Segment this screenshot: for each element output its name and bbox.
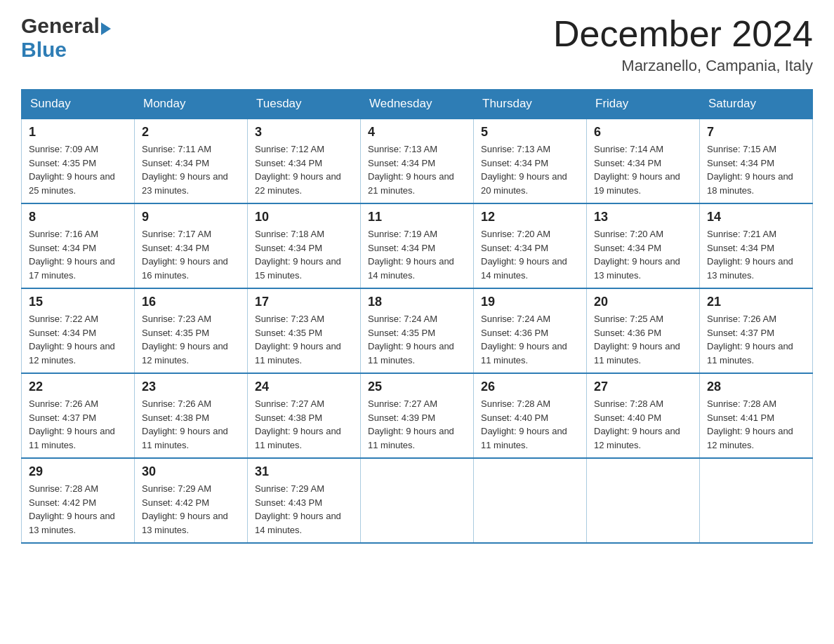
calendar-cell (700, 458, 813, 543)
day-number: 11 (368, 210, 466, 224)
calendar-cell: 19 Sunrise: 7:24 AM Sunset: 4:36 PM Dayl… (474, 288, 587, 373)
calendar-week-3: 15 Sunrise: 7:22 AM Sunset: 4:34 PM Dayl… (22, 288, 813, 373)
calendar-cell (587, 458, 700, 543)
col-saturday: Saturday (700, 90, 813, 119)
calendar-cell: 5 Sunrise: 7:13 AM Sunset: 4:34 PM Dayli… (474, 119, 587, 203)
logo-general-text: General (21, 14, 100, 37)
day-info: Sunrise: 7:29 AM Sunset: 4:43 PM Dayligh… (255, 482, 353, 537)
day-info: Sunrise: 7:23 AM Sunset: 4:35 PM Dayligh… (142, 312, 240, 367)
calendar-cell: 6 Sunrise: 7:14 AM Sunset: 4:34 PM Dayli… (587, 119, 700, 203)
day-number: 9 (142, 210, 240, 224)
calendar-cell: 20 Sunrise: 7:25 AM Sunset: 4:36 PM Dayl… (587, 288, 700, 373)
col-thursday: Thursday (474, 90, 587, 119)
calendar-header-row: Sunday Monday Tuesday Wednesday Thursday… (22, 90, 813, 119)
calendar-week-4: 22 Sunrise: 7:26 AM Sunset: 4:37 PM Dayl… (22, 373, 813, 458)
col-monday: Monday (135, 90, 248, 119)
day-number: 4 (368, 125, 466, 140)
day-info: Sunrise: 7:24 AM Sunset: 4:36 PM Dayligh… (481, 312, 579, 367)
calendar-cell: 10 Sunrise: 7:18 AM Sunset: 4:34 PM Dayl… (248, 203, 361, 288)
day-number: 19 (481, 295, 579, 309)
calendar-cell: 3 Sunrise: 7:12 AM Sunset: 4:34 PM Dayli… (248, 119, 361, 203)
day-number: 13 (594, 210, 692, 224)
day-info: Sunrise: 7:29 AM Sunset: 4:42 PM Dayligh… (142, 482, 240, 537)
day-info: Sunrise: 7:15 AM Sunset: 4:34 PM Dayligh… (707, 142, 805, 197)
day-info: Sunrise: 7:27 AM Sunset: 4:38 PM Dayligh… (255, 397, 353, 452)
day-number: 16 (142, 295, 240, 309)
calendar-cell: 12 Sunrise: 7:20 AM Sunset: 4:34 PM Dayl… (474, 203, 587, 288)
day-number: 29 (29, 464, 127, 479)
calendar-cell: 22 Sunrise: 7:26 AM Sunset: 4:37 PM Dayl… (22, 373, 135, 458)
calendar-cell: 8 Sunrise: 7:16 AM Sunset: 4:34 PM Dayli… (22, 203, 135, 288)
calendar-cell (361, 458, 474, 543)
day-number: 30 (142, 464, 240, 479)
calendar-cell: 4 Sunrise: 7:13 AM Sunset: 4:34 PM Dayli… (361, 119, 474, 203)
calendar-week-2: 8 Sunrise: 7:16 AM Sunset: 4:34 PM Dayli… (22, 203, 813, 288)
calendar-cell: 30 Sunrise: 7:29 AM Sunset: 4:42 PM Dayl… (135, 458, 248, 543)
calendar-cell: 27 Sunrise: 7:28 AM Sunset: 4:40 PM Dayl… (587, 373, 700, 458)
day-info: Sunrise: 7:21 AM Sunset: 4:34 PM Dayligh… (707, 227, 805, 282)
day-info: Sunrise: 7:26 AM Sunset: 4:37 PM Dayligh… (707, 312, 805, 367)
day-number: 23 (142, 380, 240, 394)
day-info: Sunrise: 7:20 AM Sunset: 4:34 PM Dayligh… (481, 227, 579, 282)
col-tuesday: Tuesday (248, 90, 361, 119)
day-info: Sunrise: 7:28 AM Sunset: 4:40 PM Dayligh… (481, 397, 579, 452)
day-number: 5 (481, 125, 579, 140)
day-info: Sunrise: 7:28 AM Sunset: 4:40 PM Dayligh… (594, 397, 692, 452)
day-info: Sunrise: 7:24 AM Sunset: 4:35 PM Dayligh… (368, 312, 466, 367)
calendar-cell: 1 Sunrise: 7:09 AM Sunset: 4:35 PM Dayli… (22, 119, 135, 203)
calendar-cell: 28 Sunrise: 7:28 AM Sunset: 4:41 PM Dayl… (700, 373, 813, 458)
day-number: 17 (255, 295, 353, 309)
day-info: Sunrise: 7:18 AM Sunset: 4:34 PM Dayligh… (255, 227, 353, 282)
day-info: Sunrise: 7:23 AM Sunset: 4:35 PM Dayligh… (255, 312, 353, 367)
calendar-cell: 2 Sunrise: 7:11 AM Sunset: 4:34 PM Dayli… (135, 119, 248, 203)
calendar-cell: 13 Sunrise: 7:20 AM Sunset: 4:34 PM Dayl… (587, 203, 700, 288)
calendar-cell: 25 Sunrise: 7:27 AM Sunset: 4:39 PM Dayl… (361, 373, 474, 458)
day-number: 27 (594, 380, 692, 394)
calendar-cell: 26 Sunrise: 7:28 AM Sunset: 4:40 PM Dayl… (474, 373, 587, 458)
calendar-cell: 29 Sunrise: 7:28 AM Sunset: 4:42 PM Dayl… (22, 458, 135, 543)
calendar-cell: 16 Sunrise: 7:23 AM Sunset: 4:35 PM Dayl… (135, 288, 248, 373)
day-number: 31 (255, 464, 353, 479)
calendar-cell: 23 Sunrise: 7:26 AM Sunset: 4:38 PM Dayl… (135, 373, 248, 458)
day-number: 12 (481, 210, 579, 224)
day-number: 1 (29, 125, 127, 140)
day-info: Sunrise: 7:28 AM Sunset: 4:42 PM Dayligh… (29, 482, 127, 537)
day-number: 14 (707, 210, 805, 224)
calendar-cell: 9 Sunrise: 7:17 AM Sunset: 4:34 PM Dayli… (135, 203, 248, 288)
day-number: 28 (707, 380, 805, 394)
page-subtitle: Marzanello, Campania, Italy (553, 57, 813, 75)
day-number: 26 (481, 380, 579, 394)
day-number: 20 (594, 295, 692, 309)
day-number: 6 (594, 125, 692, 140)
col-wednesday: Wednesday (361, 90, 474, 119)
day-number: 2 (142, 125, 240, 140)
day-number: 22 (29, 380, 127, 394)
day-number: 18 (368, 295, 466, 309)
page-title: December 2024 (553, 14, 813, 54)
day-info: Sunrise: 7:12 AM Sunset: 4:34 PM Dayligh… (255, 142, 353, 197)
calendar-cell: 11 Sunrise: 7:19 AM Sunset: 4:34 PM Dayl… (361, 203, 474, 288)
day-number: 10 (255, 210, 353, 224)
logo: General Blue (21, 14, 111, 62)
day-info: Sunrise: 7:22 AM Sunset: 4:34 PM Dayligh… (29, 312, 127, 367)
day-info: Sunrise: 7:25 AM Sunset: 4:36 PM Dayligh… (594, 312, 692, 367)
day-number: 15 (29, 295, 127, 309)
day-number: 21 (707, 295, 805, 309)
day-number: 24 (255, 380, 353, 394)
day-info: Sunrise: 7:13 AM Sunset: 4:34 PM Dayligh… (368, 142, 466, 197)
day-info: Sunrise: 7:19 AM Sunset: 4:34 PM Dayligh… (368, 227, 466, 282)
page-header: General Blue December 2024 Marzanello, C… (21, 14, 813, 75)
logo-bottom-line: Blue (21, 38, 111, 62)
day-info: Sunrise: 7:16 AM Sunset: 4:34 PM Dayligh… (29, 227, 127, 282)
day-info: Sunrise: 7:11 AM Sunset: 4:34 PM Dayligh… (142, 142, 240, 197)
day-info: Sunrise: 7:14 AM Sunset: 4:34 PM Dayligh… (594, 142, 692, 197)
day-number: 3 (255, 125, 353, 140)
title-block: December 2024 Marzanello, Campania, Ital… (553, 14, 813, 75)
calendar-cell: 21 Sunrise: 7:26 AM Sunset: 4:37 PM Dayl… (700, 288, 813, 373)
calendar-cell: 14 Sunrise: 7:21 AM Sunset: 4:34 PM Dayl… (700, 203, 813, 288)
col-friday: Friday (587, 90, 700, 119)
day-info: Sunrise: 7:28 AM Sunset: 4:41 PM Dayligh… (707, 397, 805, 452)
calendar-cell (474, 458, 587, 543)
day-number: 25 (368, 380, 466, 394)
day-info: Sunrise: 7:20 AM Sunset: 4:34 PM Dayligh… (594, 227, 692, 282)
